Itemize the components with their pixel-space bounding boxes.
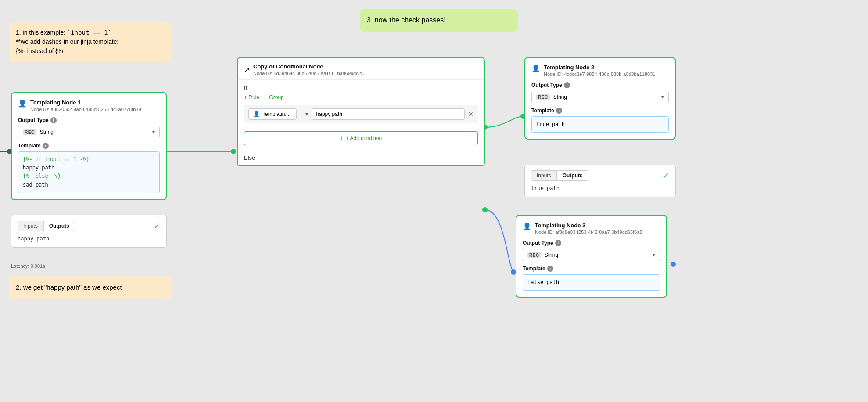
svg-point-3 (231, 149, 236, 154)
add-rule-btn[interactable]: + Rule (244, 94, 259, 100)
annotation-top-center-text: 3. now the check passes! (367, 16, 446, 24)
output-panel-1-tabs-row: Inputs Outputs ✓ (18, 221, 160, 231)
node3-template-info-icon: i (547, 266, 553, 272)
node2-output-type-select[interactable]: REC String ▾ (531, 91, 669, 103)
check-icon-1: ✓ (154, 221, 160, 231)
outputs-tab-1[interactable]: Outputs (43, 221, 75, 231)
annotation-top-center: 3. now the check passes! (360, 9, 518, 32)
node2-output-type-label: Output Type i (531, 82, 669, 88)
node2-header: 👤 Templating Node 2 Node ID: 4cdcc3e7-98… (531, 64, 669, 77)
node1-header: 👤 Templating Node 1 Node ID: a88203c2-9a… (18, 99, 160, 112)
node1-id: Node ID: a88203c2-9ab3-495d-8253-dc5a077… (30, 107, 141, 112)
tabs-group-1: Inputs Outputs (18, 221, 75, 231)
node2-template-info-icon: i (556, 108, 562, 114)
latency-label: Latency: 0.001s (11, 263, 45, 269)
output-panel-2: Inputs Outputs ✓ true path (524, 165, 676, 197)
inputs-tab-1[interactable]: Inputs (18, 221, 43, 231)
node3-rec-badge: REC (527, 252, 541, 258)
condition-row: 👤 Templatin... = ▾ ✕ (244, 105, 478, 123)
outputs-tab-2[interactable]: Outputs (557, 170, 588, 181)
subject-icon: 👤 (253, 111, 260, 117)
node2-template-label: Template i (531, 108, 669, 114)
templating-node-2: 👤 Templating Node 2 Node ID: 4cdcc3e7-98… (524, 57, 676, 140)
node3-title: Templating Node 3 (535, 222, 642, 229)
node2-id: Node ID: 4cdcc3e7-9854-436c-888b-a0d3ba1… (544, 72, 655, 77)
node1-template-code[interactable]: {%- if input == 1 -%} happy path {%- els… (18, 151, 160, 193)
condition-op-container: = ▾ (300, 111, 308, 118)
annotation-top-left: 1. in this example: `input == 1` **we ad… (9, 22, 171, 62)
rule-group-row: + Rule + Group (244, 94, 478, 100)
node1-template-label: Template i (18, 143, 160, 149)
node3-output-type-info-icon: i (555, 240, 561, 246)
op-chevron: ▾ (305, 111, 308, 117)
node1-output-type-select[interactable]: REC String ▾ (18, 126, 160, 138)
node3-icon: 👤 (523, 222, 531, 230)
output-panel-2-tabs-row: Inputs Outputs ✓ (531, 170, 669, 181)
svg-point-2 (671, 262, 676, 267)
node3-id: Node ID: af3d8e03-f253-4f42-8aa7-3b49dd6… (535, 230, 642, 235)
check-icon-2: ✓ (663, 171, 669, 180)
code-line-3: {%- else -%} (23, 172, 155, 180)
tabs-group-2: Inputs Outputs (531, 170, 588, 181)
condition-subject[interactable]: 👤 Templatin... (248, 108, 297, 120)
conditional-title: Copy of Conditional Node (253, 63, 364, 70)
add-condition-btn[interactable]: + + Add condition (244, 131, 478, 145)
rec-badge: REC (23, 129, 36, 135)
node2-chevron-icon: ▾ (661, 94, 664, 100)
node3-template-label: Template i (523, 266, 660, 272)
conditional-icon: ↗ (244, 65, 250, 74)
output-panel-1: Inputs Outputs ✓ happy path (11, 215, 167, 248)
annotation-bottom-left: 2. we get "happy path" as we expect (9, 276, 171, 299)
output-value-1: happy path (18, 236, 160, 242)
code-line-4: sad path (23, 181, 155, 189)
node1-output-type-value: String (40, 129, 54, 135)
node3-header: 👤 Templating Node 3 Node ID: af3d8e03-f2… (523, 222, 660, 235)
node2-output-type-value: String (553, 94, 567, 100)
node2-template-text: true path (536, 121, 565, 127)
annotation-bottom-left-text: 2. we get "happy path" as we expect (16, 284, 122, 291)
if-section: If + Rule + Group 👤 Templatin... = ▾ ✕ (238, 80, 484, 131)
else-section: Else (238, 150, 484, 165)
node1-output-type-label: Output Type i (18, 117, 160, 123)
output-type-info-icon: i (50, 117, 57, 123)
else-label: Else (244, 154, 255, 161)
node3-output-type-select[interactable]: REC String ▾ (523, 249, 660, 261)
node1-chevron-icon: ▾ (152, 129, 155, 135)
add-group-btn[interactable]: + Group (265, 94, 284, 100)
conditional-header: ↗ Copy of Conditional Node Node ID: 5d3e… (238, 58, 484, 80)
templating-node-1: 👤 Templating Node 1 Node ID: a88203c2-9a… (11, 92, 167, 200)
conditional-node: ↗ Copy of Conditional Node Node ID: 5d3e… (237, 57, 485, 166)
if-label: If (244, 84, 478, 91)
node1-title: Templating Node 1 (30, 99, 141, 106)
node3-output-type-value: String (545, 252, 558, 258)
conditional-id: Node ID: 5d3e484c-30c6-40d5-aa1f-81ba869… (253, 71, 364, 76)
node3-output-type-label: Output Type i (523, 240, 660, 246)
output-value-2: true path (531, 185, 669, 191)
node1-icon: 👤 (18, 99, 27, 108)
svg-point-7 (482, 207, 488, 212)
add-icon: + (340, 135, 343, 141)
code-line-2: happy path (23, 164, 155, 172)
condition-close-icon[interactable]: ✕ (468, 111, 473, 118)
node2-rec-badge: REC (536, 94, 550, 100)
templating-node-3: 👤 Templating Node 3 Node ID: af3d8e03-f2… (516, 215, 667, 298)
node2-icon: 👤 (531, 64, 540, 72)
add-condition-text: + Add condition (346, 135, 382, 141)
code-line-1: {%- if input == 1 -%} (23, 155, 155, 164)
inputs-tab-2[interactable]: Inputs (531, 170, 557, 181)
subject-text: Templatin... (262, 111, 289, 117)
node2-title: Templating Node 2 (544, 64, 655, 71)
node3-template-value[interactable]: false path (523, 274, 660, 291)
condition-op-text: = (300, 111, 304, 118)
node3-chevron-icon: ▾ (653, 252, 655, 258)
node3-template-text: false path (527, 279, 559, 285)
condition-value-input[interactable] (312, 108, 465, 120)
template-info-icon: i (43, 143, 49, 149)
node2-template-value[interactable]: true path (531, 116, 669, 133)
annotation-top-left-text: 1. in this example: `input == 1` **we ad… (16, 29, 118, 54)
node2-output-type-info-icon: i (564, 82, 570, 88)
